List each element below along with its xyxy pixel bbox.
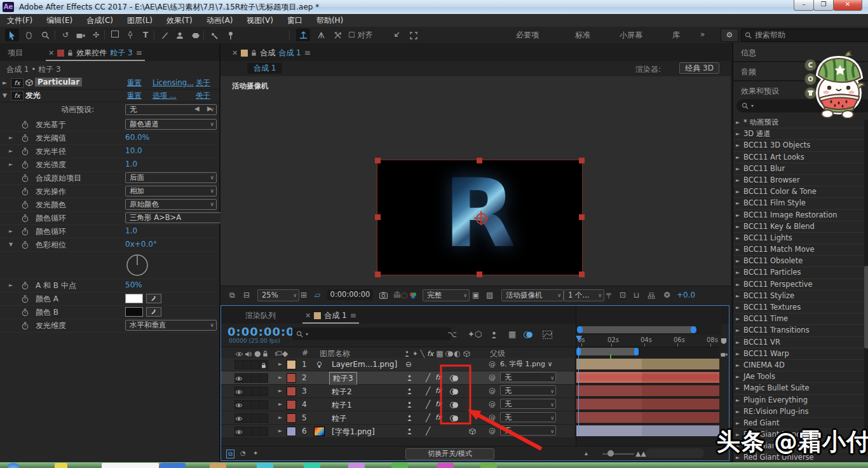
param-dropdown[interactable]: 后面∨ [125, 172, 217, 183]
color-swatch[interactable] [125, 307, 143, 317]
expand-arrow[interactable]: ► [736, 224, 740, 230]
taskbar-icon[interactable] [480, 463, 497, 468]
quality-switch[interactable]: ╱ [426, 413, 430, 422]
expand-arrow[interactable]: ► [736, 362, 740, 368]
collapse-arrow[interactable]: ▼ [3, 92, 7, 99]
close-tab-icon[interactable]: ✕ [232, 49, 238, 57]
layer-expand-arrow[interactable]: ► [278, 361, 282, 367]
reset-link[interactable]: 重置 [127, 91, 142, 100]
snapshot-icon[interactable] [379, 291, 388, 299]
angle-dial[interactable] [125, 253, 149, 277]
brush-tool[interactable] [158, 29, 172, 41]
layer-row[interactable]: ►2粒子3╱fx@无∨ [221, 371, 574, 385]
region-of-interest-icon[interactable]: ▣ [472, 291, 479, 299]
layer-row[interactable]: ►6[字母1.png]╱@无∨ [221, 425, 574, 438]
effects-category-item[interactable]: ►BCC11 Perspective [733, 279, 864, 291]
video-toggle[interactable] [234, 413, 243, 423]
layer-name[interactable]: [字母1.png] [332, 427, 375, 437]
layer-label-color[interactable] [287, 400, 296, 410]
parent-value[interactable]: 6. 字母 1.png ∨ [500, 359, 561, 369]
menu-item[interactable]: 合成(C) [79, 14, 120, 27]
audio-toggle[interactable] [243, 400, 252, 410]
audio-toggle[interactable] [243, 360, 252, 369]
eyedropper-button[interactable] [146, 294, 161, 303]
stopwatch-icon[interactable] [22, 161, 29, 169]
quality-switch[interactable]: ╱ [426, 400, 430, 409]
always-preview-icon[interactable]: ⧉ [229, 291, 235, 299]
stopwatch-icon[interactable] [22, 295, 29, 303]
workspace-tab[interactable]: » [700, 30, 705, 39]
stopwatch[interactable] [22, 187, 29, 196]
effects-category-item[interactable]: ►BCC11 Stylize [733, 291, 864, 302]
expand-arrow[interactable]: ► [736, 131, 740, 137]
stopwatch-icon[interactable] [22, 201, 29, 209]
expand-arrow[interactable]: ► [9, 282, 13, 288]
frame-blend-icon[interactable]: ▦ [508, 329, 516, 339]
magnification-dropdown[interactable]: 25%∨ [257, 289, 299, 301]
stopwatch[interactable] [22, 321, 29, 330]
expand-arrow[interactable]: ► [736, 142, 740, 148]
video-toggle[interactable] [234, 427, 243, 436]
panel-menu-icon[interactable]: ≡ [304, 48, 311, 57]
stopwatch-icon[interactable] [22, 308, 29, 317]
effects-category-item[interactable]: ►BCC11 Blur [733, 163, 864, 175]
tab-render-queue[interactable]: 渲染队列 [245, 310, 276, 321]
mask-roi-icon[interactable]: ▱ [315, 291, 320, 299]
tab-effect-controls[interactable]: ✕ 效果控件 粒子 3 ≡ [46, 46, 145, 61]
preset-next-arrow[interactable]: ▶ [207, 105, 212, 112]
lock-toggle[interactable] [259, 427, 268, 436]
expand-arrow[interactable]: ► [736, 340, 740, 345]
layer-label-color[interactable] [287, 427, 296, 436]
view-axis-mode[interactable] [330, 29, 344, 41]
video-toggle[interactable] [234, 400, 243, 410]
shape-tool[interactable] [108, 29, 122, 41]
lock-toggle[interactable] [259, 373, 268, 383]
layer-duration-bar[interactable] [576, 412, 721, 423]
restore-button[interactable]: ❐ [813, 0, 834, 11]
expand-arrow[interactable]: ► [9, 162, 13, 167]
exposure-reset-icon[interactable]: ❂ [664, 291, 670, 299]
video-toggle[interactable] [234, 387, 243, 396]
stopwatch[interactable] [22, 200, 29, 209]
timeline-search-box[interactable]: ▾ [292, 327, 451, 340]
layer-label-color[interactable] [287, 387, 296, 396]
expand-arrow[interactable]: ► [9, 148, 13, 154]
param-value[interactable]: 60.0% [125, 133, 149, 142]
shy-switch[interactable] [407, 373, 412, 382]
eraser-tool[interactable] [188, 29, 202, 41]
stopwatch[interactable] [22, 294, 29, 303]
param-value[interactable]: 10.0 [125, 146, 142, 155]
menu-item[interactable]: 帮助(H) [309, 14, 350, 27]
param-dropdown[interactable]: 水平和垂直∨ [125, 320, 217, 331]
layer-name[interactable]: 粒子1 [332, 400, 352, 411]
selection-handle[interactable] [477, 158, 482, 163]
workspace-tab[interactable]: 库 [672, 30, 680, 41]
zoom-in-icon[interactable]: ▲▲ [635, 450, 646, 458]
quality-switch[interactable]: ╱ [426, 373, 430, 382]
mini-flowchart-icon[interactable]: ⌥ [447, 329, 457, 339]
workspace-tab[interactable]: 标准 [575, 30, 590, 41]
pan-behind-tool[interactable]: ✣ [89, 29, 103, 41]
eyedropper-button[interactable] [146, 307, 161, 317]
layer-expand-arrow[interactable]: ► [278, 401, 282, 407]
tab-timeline-comp[interactable]: ✕ 合成 1 ≡ [302, 308, 359, 324]
channel-icon[interactable] [409, 291, 417, 299]
lock-toggle[interactable] [259, 413, 268, 423]
taskbar-icon[interactable] [304, 463, 320, 468]
effects-category-item[interactable]: ►BCC11 Color & Tone [733, 186, 864, 198]
param-value[interactable]: 0x+0.0° [125, 240, 157, 249]
parent-dropdown[interactable]: 无∨ [500, 425, 556, 436]
expand-arrow[interactable]: ► [736, 409, 740, 415]
param-value[interactable]: 1.0 [125, 160, 137, 169]
parent-pickwhip-icon[interactable]: @ [489, 413, 496, 422]
timeline-button-icon[interactable]: ⊔ [634, 291, 639, 299]
layer-label-color[interactable] [287, 373, 296, 383]
eyedropper-icon[interactable] [150, 294, 158, 301]
menu-item[interactable]: 编辑(E) [39, 14, 79, 27]
quality-switch[interactable]: ╱ [426, 387, 430, 396]
taskbar-icon[interactable] [257, 463, 273, 468]
expand-arrow[interactable]: ► [736, 258, 740, 264]
workspace-gear-icon[interactable]: ⚙ [721, 29, 738, 42]
workspace-tab[interactable]: 必要项 [516, 30, 539, 41]
expand-arrow[interactable]: ► [736, 351, 740, 357]
